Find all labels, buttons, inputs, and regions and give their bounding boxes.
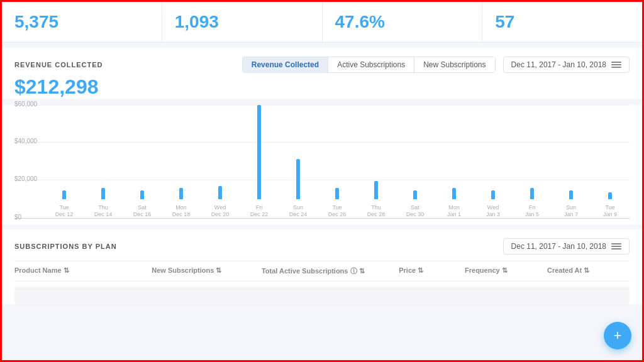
revenue-header: REVENUE COLLECTED Revenue CollectedActiv…	[14, 57, 630, 73]
subs-date-range-button[interactable]: Dec 11, 2017 - Jan 10, 2018	[503, 238, 630, 255]
bar-10	[452, 188, 456, 199]
x-label-10: MonJan 1	[435, 204, 474, 218]
revenue-date-range-button[interactable]: Dec 11, 2017 - Jan 10, 2018	[503, 57, 630, 73]
metric-2-value: 1,093	[175, 12, 309, 32]
bar-5	[257, 105, 261, 199]
metric-3-value: 47.6%	[335, 12, 470, 32]
bar-col-10	[435, 105, 474, 199]
tab-new[interactable]: New Subscriptions	[414, 57, 494, 72]
x-label-0: TueDec 12	[45, 204, 84, 218]
col-product-header[interactable]: Product Name ⇅	[14, 266, 152, 276]
revenue-date-range-text: Dec 11, 2017 - Jan 10, 2018	[511, 60, 606, 69]
bar-col-8	[357, 105, 396, 199]
grid-line-0: $0	[14, 218, 630, 221]
x-label-13: SunJan 7	[552, 204, 591, 218]
bar-col-4	[201, 105, 240, 199]
chart-area: $60,000 $40,000 $20,000 $0 TueDec 12ThuD…	[2, 105, 642, 224]
tab-revenue[interactable]: Revenue Collected	[243, 57, 328, 72]
x-label-14: TueJan 9	[591, 204, 630, 218]
x-label-11: WedJan 3	[474, 204, 513, 218]
revenue-section: REVENUE COLLECTED Revenue CollectedActiv…	[2, 48, 642, 99]
bar-col-9	[396, 105, 435, 199]
tab-group: Revenue CollectedActive SubscriptionsNew…	[242, 57, 496, 73]
subs-menu-icon[interactable]	[611, 243, 621, 250]
bar-col-2	[123, 105, 162, 199]
metric-4-value: 57	[495, 12, 630, 32]
bar-col-6	[279, 105, 318, 199]
metrics-row: 5,3751,09347.6%57	[2, 2, 642, 43]
bar-7	[335, 188, 339, 199]
revenue-amount: $212,298	[14, 75, 630, 99]
metric-4: 57	[482, 2, 642, 42]
x-label-2: SatDec 16	[123, 204, 162, 218]
x-label-1: ThuDec 14	[84, 204, 123, 218]
bar-col-1	[84, 105, 123, 199]
bar-12	[530, 188, 534, 199]
bar-9	[413, 190, 417, 199]
bar-14	[608, 192, 612, 199]
bar-col-5	[240, 105, 279, 199]
x-label-7: TueDec 26	[318, 204, 357, 218]
metric-1-value: 5,375	[14, 12, 149, 32]
metric-2: 1,093	[162, 2, 323, 42]
revenue-menu-icon[interactable]	[611, 62, 621, 68]
x-label-3: MonDec 18	[162, 204, 201, 218]
bar-col-14	[591, 105, 630, 199]
x-label-5: FriDec 22	[240, 204, 279, 218]
bar-col-0	[45, 105, 84, 199]
subs-label: SUBSCRIPTIONS BY PLAN	[14, 243, 117, 250]
bar-8	[374, 181, 378, 199]
bar-col-7	[318, 105, 357, 199]
bar-1	[101, 188, 105, 199]
x-label-12: FriJan 5	[513, 204, 552, 218]
bar-col-12	[513, 105, 552, 199]
bar-2	[140, 190, 144, 199]
subs-header: SUBSCRIPTIONS BY PLAN Dec 11, 2017 - Jan…	[14, 238, 630, 255]
subs-date-range-text: Dec 11, 2017 - Jan 10, 2018	[511, 242, 606, 251]
x-label-9: SatDec 30	[396, 204, 435, 218]
x-label-4: WedDec 20	[201, 204, 240, 218]
bar-col-13	[552, 105, 591, 199]
x-label-8: ThuDec 28	[357, 204, 396, 218]
revenue-label: REVENUE COLLECTED	[14, 61, 103, 69]
bar-11	[491, 190, 495, 199]
x-label-6: SunDec 24	[279, 204, 318, 218]
tabs-and-date: Revenue CollectedActive SubscriptionsNew…	[242, 57, 630, 73]
tab-active[interactable]: Active Subscriptions	[328, 57, 414, 72]
metric-1: 5,375	[2, 2, 162, 42]
x-axis: TueDec 12ThuDec 14SatDec 16MonDec 18WedD…	[45, 204, 630, 218]
chart-grid: $60,000 $40,000 $20,000 $0 TueDec 12ThuD…	[14, 105, 630, 218]
col-new-subs-header[interactable]: New Subscriptions ⇅	[152, 266, 262, 276]
bar-4	[218, 186, 222, 199]
col-created-header[interactable]: Created At ⇅	[547, 266, 630, 276]
fab-button[interactable]: +	[604, 322, 631, 349]
bar-3	[179, 188, 183, 199]
bar-13	[569, 190, 573, 199]
bar-6	[296, 159, 300, 199]
subs-section: SUBSCRIPTIONS BY PLAN Dec 11, 2017 - Jan…	[2, 229, 642, 304]
bar-col-11	[474, 105, 513, 199]
table-row	[14, 287, 630, 304]
col-frequency-header[interactable]: Frequency ⇅	[465, 266, 547, 276]
bar-col-3	[162, 105, 201, 199]
table-header: Product Name ⇅New Subscriptions ⇅Total A…	[14, 261, 630, 282]
fab-plus-icon: +	[614, 327, 622, 344]
bars-container	[45, 105, 630, 199]
col-price-header[interactable]: Price ⇅	[399, 266, 465, 276]
col-active-subs-header[interactable]: Total Active Subscriptions ⓘ ⇅	[262, 266, 399, 276]
bar-0	[62, 190, 66, 199]
metric-3: 47.6%	[323, 2, 483, 42]
